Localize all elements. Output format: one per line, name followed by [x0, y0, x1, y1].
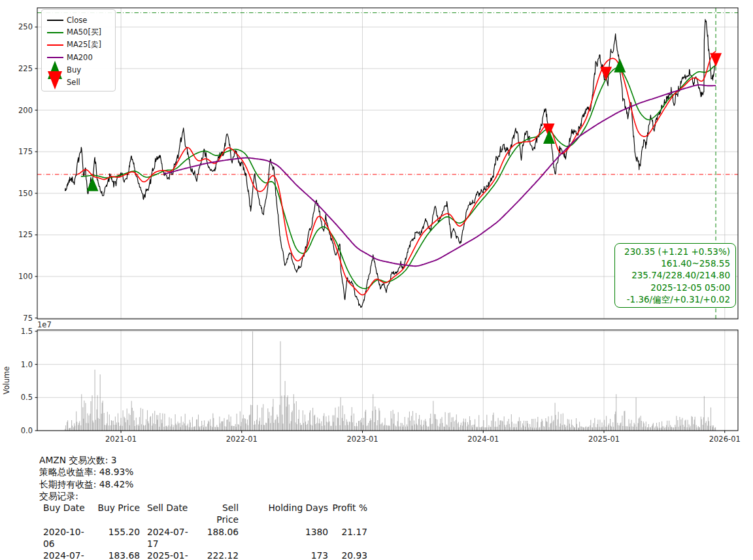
trading-chart-page: 751001251501752002252500.00.51.01.52021-…	[0, 0, 753, 560]
svg-text:2021-01: 2021-01	[105, 435, 137, 444]
svg-text:2026-01: 2026-01	[709, 435, 741, 444]
quote-annotation-box: 230.35 (+1.21 +0.53%) 161.40~258.55 235.…	[614, 243, 736, 308]
strategy-stats-block: AMZN 交易次数: 3 策略总收益率: 48.93% 长期持有收益: 48.4…	[39, 454, 367, 560]
legend-label: Sell	[67, 78, 80, 87]
trade-cell: 1380	[239, 526, 328, 550]
legend-line-swatch	[47, 44, 63, 46]
volume-offset-label: 1e7	[37, 320, 52, 329]
trade-row: 2024-07-18183.682025-01-07222.1217320.93	[39, 550, 367, 560]
trade-cell: 2024-07-17	[140, 526, 199, 550]
trade-table-header: Buy DateBuy PriceSell DateSell PriceHold…	[39, 502, 367, 526]
legend-label: Close	[67, 16, 87, 25]
trades-count: AMZN 交易次数: 3	[39, 454, 367, 466]
legend-line-swatch	[47, 20, 63, 21]
svg-text:75: 75	[23, 314, 33, 323]
legend-label: MA200	[67, 53, 93, 62]
trade-cell: 173	[239, 550, 328, 560]
volume-bars	[65, 331, 716, 431]
trade-header-cell: Buy Date	[39, 502, 92, 526]
svg-text:2025-01: 2025-01	[588, 435, 620, 444]
trade-header-cell: Profit %	[328, 502, 367, 526]
svg-text:150: 150	[18, 189, 33, 198]
trade-header-cell: Holding Days	[239, 502, 328, 526]
sell-triangle-icon	[48, 71, 62, 90]
svg-text:0.5: 0.5	[21, 393, 33, 402]
trade-cell: 2020-10-06	[39, 526, 92, 550]
svg-text:175: 175	[18, 147, 33, 156]
legend-item-ma50: MA50[买]	[42, 26, 114, 39]
strategy-return: 策略总收益率: 48.93%	[39, 466, 367, 478]
chart-legend: CloseMA50[买]MA25[卖]MA200BuySell	[41, 9, 116, 91]
hold-return: 长期持有收益: 48.42%	[39, 478, 367, 490]
trade-cell: 188.06	[199, 526, 239, 550]
svg-text:1.0: 1.0	[21, 360, 33, 369]
trade-records-label: 交易记录:	[39, 490, 367, 502]
svg-text:250: 250	[18, 22, 33, 31]
svg-text:2023-01: 2023-01	[347, 435, 378, 444]
legend-label: MA50[买]	[67, 27, 101, 37]
annotation-range: 161.40~258.55	[620, 257, 730, 269]
buy-marker	[543, 130, 555, 144]
annotation-price: 230.35 (+1.21 +0.53%)	[620, 246, 730, 257]
svg-text:2024-01: 2024-01	[467, 435, 499, 444]
trade-table-body: 2020-10-06155.202024-07-17188.06138021.1…	[39, 526, 367, 560]
legend-item-close: Close	[42, 14, 114, 26]
svg-text:200: 200	[18, 106, 33, 115]
trade-header-cell: Buy Price	[92, 502, 140, 526]
annotation-ma-values: 235.74/228.40/214.80	[620, 269, 730, 281]
legend-line-swatch	[47, 57, 63, 58]
svg-text:125: 125	[18, 230, 33, 239]
legend-label: MA25[卖]	[67, 40, 101, 50]
trade-cell: 183.68	[92, 550, 140, 560]
trade-row: 2020-10-06155.202024-07-17188.06138021.1…	[39, 526, 367, 550]
svg-text:1.5: 1.5	[21, 327, 33, 336]
annotation-bias: -1.36/偏空/+0.31/+0.02	[620, 293, 730, 305]
svg-text:0.0: 0.0	[21, 426, 33, 435]
trade-cell: 2025-01-07	[140, 550, 199, 560]
buy-marker	[614, 59, 626, 73]
legend-line-swatch	[47, 32, 63, 33]
svg-text:225: 225	[18, 64, 33, 73]
trade-cell: 222.12	[199, 550, 239, 560]
svg-text:2022-01: 2022-01	[226, 435, 258, 444]
trade-cell: 2024-07-18	[39, 550, 92, 560]
trade-header-cell: Sell Date	[140, 502, 199, 526]
legend-label: Buy	[67, 65, 81, 74]
legend-item-ma25: MA25[卖]	[42, 39, 114, 51]
buy-marker	[87, 178, 99, 191]
annotation-timestamp: 2025-12-05 05:00	[620, 282, 730, 293]
trade-cell: 21.17	[328, 526, 367, 550]
trade-header-cell: Sell Price	[199, 502, 239, 526]
trade-cell: 20.93	[328, 550, 367, 560]
svg-text:100: 100	[18, 272, 33, 281]
sell-marker	[710, 53, 722, 67]
trade-cell: 155.20	[92, 526, 140, 550]
volume-axis-label: Volume	[2, 367, 11, 395]
